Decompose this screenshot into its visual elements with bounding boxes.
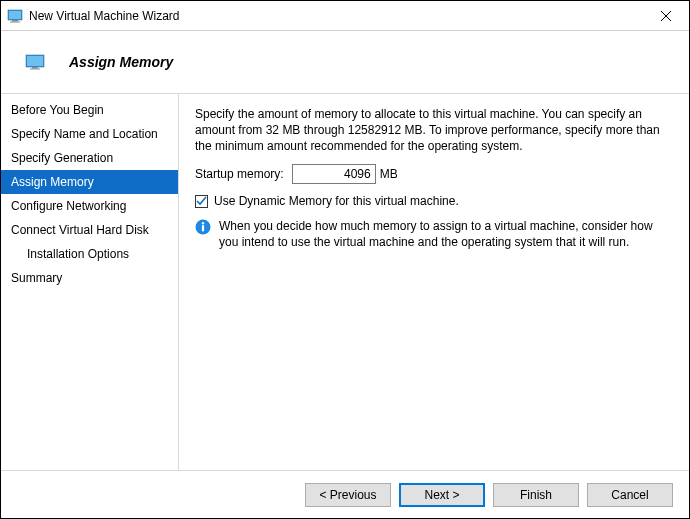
title-bar: New Virtual Machine Wizard (1, 1, 689, 31)
info-text: When you decide how much memory to assig… (219, 218, 673, 250)
step-connect-virtual-hard-disk[interactable]: Connect Virtual Hard Disk (1, 218, 178, 242)
cancel-button[interactable]: Cancel (587, 483, 673, 507)
startup-memory-label: Startup memory: (195, 167, 284, 181)
step-before-you-begin[interactable]: Before You Begin (1, 98, 178, 122)
svg-point-11 (202, 222, 204, 224)
step-specify-name-location[interactable]: Specify Name and Location (1, 122, 178, 146)
svg-rect-8 (32, 67, 38, 69)
wizard-header: Assign Memory (1, 31, 689, 93)
previous-button[interactable]: < Previous (305, 483, 391, 507)
app-icon (7, 8, 23, 24)
dynamic-memory-checkbox[interactable] (195, 195, 208, 208)
svg-rect-2 (12, 20, 18, 22)
svg-rect-12 (202, 225, 204, 231)
startup-memory-row: Startup memory: MB (195, 164, 673, 184)
window-title: New Virtual Machine Wizard (29, 9, 643, 23)
svg-rect-3 (10, 21, 20, 22)
step-summary[interactable]: Summary (1, 266, 178, 290)
svg-rect-1 (9, 11, 21, 19)
close-button[interactable] (643, 1, 689, 30)
step-specify-generation[interactable]: Specify Generation (1, 146, 178, 170)
wizard-body: Before You Begin Specify Name and Locati… (1, 93, 689, 470)
startup-memory-unit: MB (380, 167, 398, 181)
info-icon (195, 219, 211, 235)
svg-rect-7 (27, 56, 43, 66)
svg-rect-9 (30, 69, 40, 70)
step-configure-networking[interactable]: Configure Networking (1, 194, 178, 218)
info-row: When you decide how much memory to assig… (195, 218, 673, 250)
next-button[interactable]: Next > (399, 483, 485, 507)
dynamic-memory-label: Use Dynamic Memory for this virtual mach… (214, 194, 459, 208)
dynamic-memory-row: Use Dynamic Memory for this virtual mach… (195, 194, 673, 208)
wizard-steps-sidebar: Before You Begin Specify Name and Locati… (1, 94, 179, 470)
wizard-content: Specify the amount of memory to allocate… (179, 94, 689, 470)
step-assign-memory[interactable]: Assign Memory (1, 170, 178, 194)
wizard-footer: < Previous Next > Finish Cancel (1, 470, 689, 518)
header-icon (25, 54, 45, 70)
step-installation-options[interactable]: Installation Options (1, 242, 178, 266)
page-title: Assign Memory (69, 54, 173, 70)
finish-button[interactable]: Finish (493, 483, 579, 507)
description-text: Specify the amount of memory to allocate… (195, 106, 673, 154)
startup-memory-input[interactable] (292, 164, 376, 184)
